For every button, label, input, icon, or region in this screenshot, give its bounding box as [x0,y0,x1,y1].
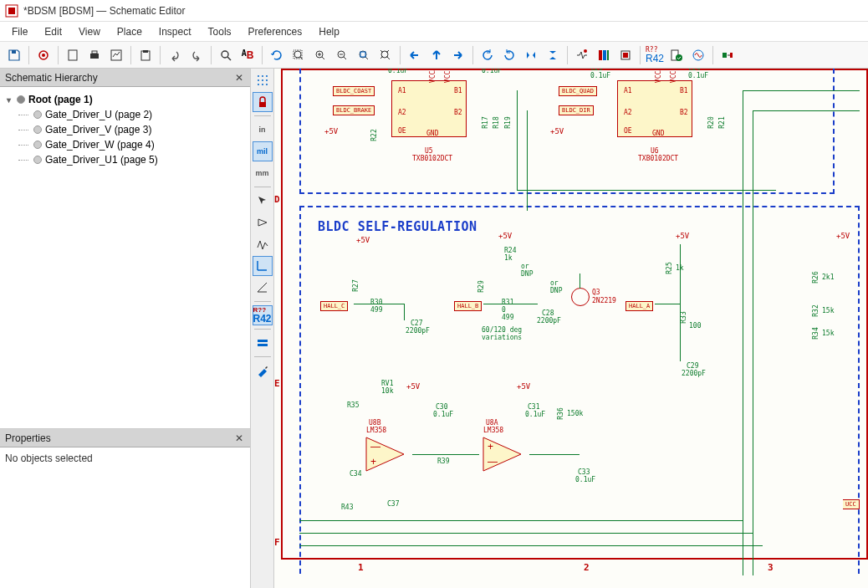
svg-point-45 [258,84,259,85]
erc-button[interactable] [666,45,687,65]
opamp-tool-button[interactable] [253,212,273,233]
paste-button[interactable] [135,45,156,65]
svg-text:—: — [488,456,498,468]
settings-button[interactable] [33,45,54,65]
svg-rect-53 [258,340,268,342]
hierarchy-button[interactable] [253,333,273,353]
grid-lock-button[interactable] [253,92,273,112]
tree-item-label: Gate_Driver_U1 (page 5) [45,154,158,166]
mirror-h-button[interactable] [521,45,541,65]
tree-item[interactable]: Gate_Driver_U1 (page 5) [18,152,247,167]
print-button[interactable] [84,45,105,65]
plot-button[interactable] [106,45,126,65]
tree-item[interactable]: Gate_Driver_V (page 3) [18,122,247,137]
svg-point-44 [266,79,268,81]
hierarchy-close-button[interactable]: ✕ [233,72,245,84]
sheet-dot-icon [33,110,42,119]
menu-view[interactable]: View [70,23,109,41]
hierarchy-panel: Schematic Hierarchy ✕ ▾ Root (page 1) Ga… [0,69,250,428]
annotate-button[interactable]: R??R42 [645,45,665,65]
symbol-editor-button[interactable] [572,45,592,65]
footprint-editor-button[interactable] [615,45,636,65]
properties-title: Properties [5,432,51,444]
svg-rect-48 [259,102,266,107]
origin-button[interactable] [253,256,273,276]
sheet-dot-icon [33,141,42,149]
svg-rect-54 [258,344,268,346]
svg-rect-33 [623,53,628,58]
svg-rect-1 [8,8,15,14]
svg-rect-5 [69,50,77,60]
app-icon [5,4,18,18]
zoom-in-button[interactable] [310,45,330,65]
save-button[interactable] [4,45,24,65]
zoom-out-button[interactable] [332,45,352,65]
rotate-ccw-button[interactable] [477,45,498,65]
nav-forward-button[interactable] [448,45,468,65]
refresh-button[interactable] [267,45,287,65]
menu-file[interactable]: File [3,23,36,41]
nav-up-button[interactable] [426,45,447,65]
svg-rect-10 [143,50,148,53]
svg-point-42 [258,79,259,81]
svg-point-39 [258,75,259,77]
axis-button[interactable] [253,278,273,298]
menu-edit[interactable]: Edit [36,23,70,41]
zoom-selection-button[interactable] [354,45,374,65]
redo-button[interactable] [186,45,207,65]
tree-root[interactable]: ▾ Root (page 1) [3,92,247,107]
svg-line-21 [344,57,346,59]
hierarchy-header: Schematic Hierarchy ✕ [0,69,250,87]
zoom-all-button[interactable] [375,45,396,65]
browse-libs-button[interactable] [594,45,614,65]
svg-rect-29 [599,50,602,60]
tree-item[interactable]: Gate_Driver_U (page 2) [18,107,247,122]
simulator-button[interactable] [688,45,708,65]
replace-button[interactable]: AB [237,45,258,65]
svg-rect-30 [603,50,606,60]
properties-close-button[interactable]: ✕ [233,432,245,444]
svg-point-28 [584,49,587,53]
window-title: *BDSM [BDSM] — Schematic Editor [23,5,185,17]
zoom-fit-button[interactable] [288,45,309,65]
find-button[interactable] [216,45,236,65]
preferences-button[interactable] [253,360,273,381]
menu-inspect[interactable]: Inspect [151,23,200,41]
schematic-canvas[interactable]: D E F 1 2 3 BLDC SELF-REGULATION A1 B1 A… [274,69,868,588]
nav-back-button[interactable] [405,45,425,65]
tree-toggle-icon[interactable]: ▾ [3,95,13,105]
tool-palette: in mil mm R??R42 [251,69,274,588]
tree-item[interactable]: Gate_Driver_W (page 4) [18,137,247,152]
sheet-dot-icon [33,156,42,164]
schematic-drawing: D E F 1 2 3 BLDC SELF-REGULATION A1 B1 A… [274,69,868,588]
assign-footprints-button[interactable] [717,45,738,65]
svg-rect-7 [92,51,97,54]
svg-point-46 [262,84,263,85]
page-settings-button[interactable] [63,45,83,65]
mirror-v-button[interactable] [543,45,563,65]
svg-point-41 [266,75,268,77]
tree-root-label: Root (page 1) [28,94,93,105]
undo-button[interactable] [165,45,185,65]
properties-header: Properties ✕ [0,429,250,447]
tree-item-label: Gate_Driver_U (page 2) [45,109,152,120]
svg-line-17 [322,57,324,59]
cursor-button[interactable] [253,191,273,211]
svg-point-47 [266,84,268,85]
svg-text:+: + [488,441,493,453]
toolbar: AB R??R42 [0,42,868,69]
refdes-button[interactable]: R??R42 [253,305,273,325]
menu-preferences[interactable]: Preferences [240,23,311,41]
waveform-button[interactable] [253,234,273,254]
svg-rect-31 [607,50,609,60]
hierarchy-body[interactable]: ▾ Root (page 1) Gate_Driver_U (page 2) G… [0,87,250,428]
menu-place[interactable]: Place [109,23,151,41]
menu-tools[interactable]: Tools [200,23,240,41]
svg-point-40 [262,75,263,77]
rotate-cw-button[interactable] [499,45,519,65]
menu-help[interactable]: Help [310,23,348,41]
units-in-button[interactable]: in [253,120,273,140]
units-mil-button[interactable]: mil [253,141,273,161]
units-mm-button[interactable]: mm [253,163,273,183]
grid-dots-button[interactable] [253,70,273,90]
